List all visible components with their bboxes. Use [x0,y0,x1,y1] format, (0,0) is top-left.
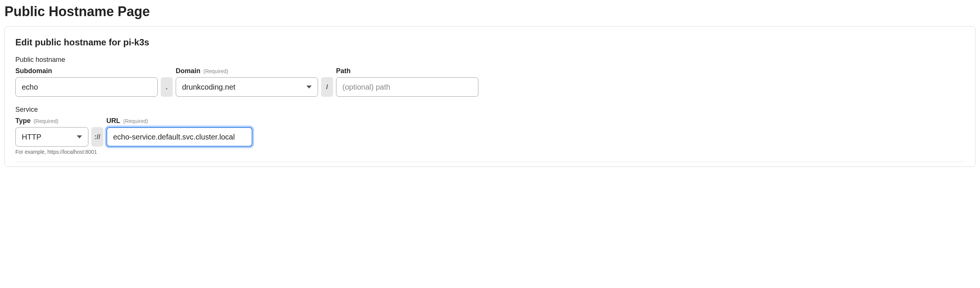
url-label: URL [107,117,120,124]
dot-separator: . [161,77,173,97]
scheme-separator: :// [91,127,103,147]
type-required: (Required) [34,118,59,124]
card-title: Edit public hostname for pi-k3s [15,37,965,48]
hostname-row: Subdomain . Domain (Required) drunkcodin… [15,67,965,97]
service-section-label: Service [15,106,965,114]
subdomain-field: Subdomain [15,67,158,97]
domain-value: drunkcoding.net [182,83,235,91]
path-input[interactable] [336,77,478,97]
service-row: Type (Required) HTTP :// URL (Required) [15,117,965,155]
chevron-down-icon [77,135,82,138]
domain-label: Domain [176,67,200,74]
domain-select[interactable]: drunkcoding.net [176,77,318,97]
path-field: Path [336,67,478,97]
subdomain-input[interactable] [15,77,158,97]
type-label: Type [15,117,31,124]
url-input[interactable] [107,127,253,147]
type-value: HTTP [22,133,41,141]
page-title: Public Hostname Page [5,4,975,19]
hostname-card: Edit public hostname for pi-k3s Public h… [5,26,975,167]
chevron-down-icon [306,85,312,88]
subdomain-label: Subdomain [15,67,52,74]
slash-separator: / [321,77,333,97]
type-field: Type (Required) HTTP [15,117,88,147]
url-required: (Required) [123,118,148,124]
service-example-text: For example, https://localhost:8001 [15,149,253,155]
public-hostname-section-label: Public hostname [15,56,965,64]
domain-required: (Required) [204,69,228,74]
domain-field: Domain (Required) drunkcoding.net [176,67,318,97]
divider [15,162,965,162]
type-select[interactable]: HTTP [15,127,88,147]
path-label: Path [336,67,351,74]
url-field: URL (Required) [107,117,253,147]
